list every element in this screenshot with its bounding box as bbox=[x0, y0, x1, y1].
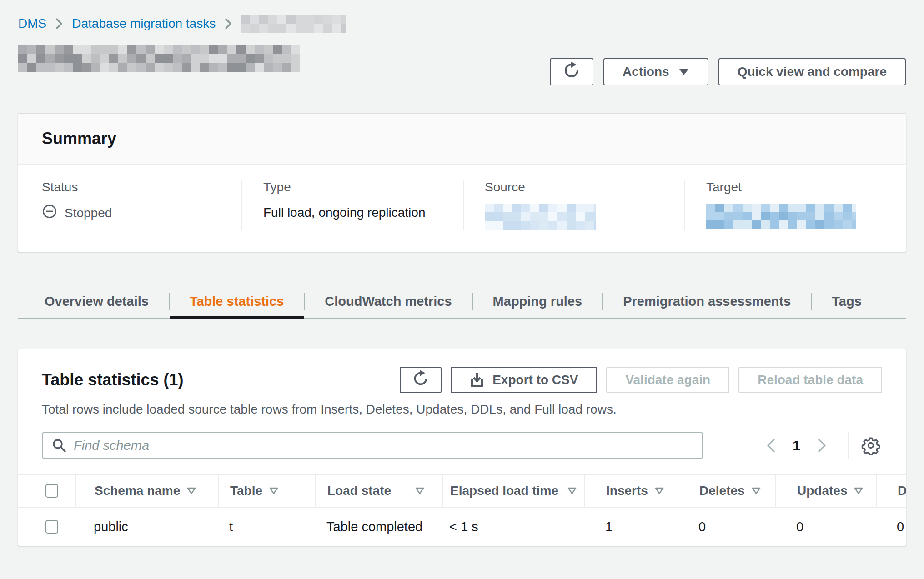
column-label: Load state bbox=[327, 484, 391, 498]
tab-table-statistics[interactable]: Table statistics bbox=[170, 285, 304, 318]
sort-icon bbox=[751, 487, 761, 495]
page-header: Actions Quick view and compare bbox=[18, 45, 906, 85]
summary-panel-header: Summary bbox=[18, 114, 906, 165]
sort-icon bbox=[654, 487, 664, 495]
source-label: Source bbox=[485, 180, 684, 195]
summary-panel: Summary Status Stopped Type Full load, o… bbox=[18, 114, 906, 252]
refresh-icon bbox=[563, 62, 580, 82]
pagination: 1 bbox=[758, 432, 882, 459]
column-label: D bbox=[898, 484, 906, 498]
tab-overview-details[interactable]: Overview details bbox=[25, 285, 169, 318]
current-page-number: 1 bbox=[783, 438, 809, 453]
table-statistics-title: Table statistics (1) bbox=[42, 370, 183, 389]
sort-icon bbox=[186, 487, 196, 495]
find-schema-input[interactable] bbox=[42, 432, 703, 459]
column-header-updates[interactable]: Updates bbox=[775, 475, 876, 507]
row-checkbox[interactable] bbox=[45, 520, 58, 534]
cell-schema-name: public bbox=[75, 508, 218, 546]
tab-label: CloudWatch metrics bbox=[325, 294, 452, 309]
quick-view-label: Quick view and compare bbox=[738, 65, 887, 79]
tab-label: Premigration assessments bbox=[623, 294, 791, 309]
actions-button[interactable]: Actions bbox=[603, 58, 708, 85]
column-label: Deletes bbox=[699, 484, 745, 498]
validate-again-label: Validate again bbox=[625, 373, 710, 387]
cell-load-state: Table completed bbox=[315, 508, 442, 546]
table-statistics-panel: Table statistics (1) Export to CSV bbox=[18, 349, 906, 546]
page-title-redacted bbox=[18, 45, 300, 72]
table-header-row: Schema name Table Load state Elapsed loa… bbox=[18, 475, 906, 508]
summary-type-column: Type Full load, ongoing replication bbox=[241, 180, 463, 230]
export-to-csv-label: Export to CSV bbox=[492, 373, 578, 387]
schema-search bbox=[42, 432, 703, 459]
next-page-button[interactable] bbox=[809, 438, 835, 453]
sort-icon bbox=[567, 487, 577, 495]
column-label: Elapsed load time bbox=[450, 484, 558, 498]
column-header-schema-name[interactable]: Schema name bbox=[75, 475, 218, 507]
table-row[interactable]: public t Table completed < 1 s 1 0 0 0 bbox=[18, 508, 906, 546]
target-label: Target bbox=[706, 180, 906, 195]
stopped-status-icon bbox=[42, 204, 57, 222]
header-actions: Actions Quick view and compare bbox=[550, 58, 906, 85]
select-all-checkbox[interactable] bbox=[45, 484, 58, 498]
table-statistics-table: Schema name Table Load state Elapsed loa… bbox=[18, 474, 906, 546]
breadcrumb-chevron-icon bbox=[225, 18, 232, 30]
column-label: Schema name bbox=[95, 484, 180, 498]
settings-gear-icon[interactable] bbox=[859, 434, 882, 457]
target-value-redacted bbox=[706, 204, 856, 229]
cell-deletes: 0 bbox=[678, 508, 775, 546]
tab-label: Overview details bbox=[45, 294, 149, 309]
column-header-load-state[interactable]: Load state bbox=[315, 475, 442, 507]
tab-mapping-rules[interactable]: Mapping rules bbox=[473, 285, 603, 318]
actions-button-label: Actions bbox=[623, 65, 669, 79]
sort-icon bbox=[854, 487, 864, 495]
previous-page-button[interactable] bbox=[758, 438, 783, 453]
breadcrumb: DMS Database migration tasks bbox=[18, 0, 906, 33]
column-header-ddls-clipped[interactable]: D bbox=[876, 475, 906, 507]
column-label: Updates bbox=[797, 484, 847, 498]
tab-bar: Overview details Table statistics CloudW… bbox=[18, 285, 906, 319]
status-label: Status bbox=[42, 180, 241, 195]
cell-table: t bbox=[218, 508, 315, 546]
cell-updates: 0 bbox=[775, 508, 876, 546]
tab-cloudwatch-metrics[interactable]: CloudWatch metrics bbox=[305, 285, 472, 318]
column-header-deletes[interactable]: Deletes bbox=[678, 475, 775, 507]
type-value: Full load, ongoing replication bbox=[263, 204, 463, 222]
breadcrumb-task-name-redacted bbox=[241, 15, 346, 33]
sort-icon bbox=[415, 487, 425, 495]
table-statistics-description: Total rows include loaded source table r… bbox=[42, 402, 882, 417]
validate-again-button[interactable]: Validate again bbox=[606, 367, 729, 393]
column-label: Inserts bbox=[606, 484, 648, 498]
tab-tags[interactable]: Tags bbox=[812, 285, 882, 318]
summary-target-column: Target bbox=[684, 180, 906, 230]
tab-label: Tags bbox=[832, 294, 862, 309]
table-toolbar: 1 bbox=[42, 432, 882, 459]
summary-title: Summary bbox=[42, 129, 882, 148]
table-statistics-actions: Export to CSV Validate again Reload tabl… bbox=[400, 367, 882, 393]
status-value: Stopped bbox=[42, 204, 241, 222]
source-value-redacted bbox=[485, 204, 596, 230]
summary-status-column: Status Stopped bbox=[18, 180, 241, 230]
summary-body: Status Stopped Type Full load, ongoing r… bbox=[18, 165, 906, 252]
dms-task-page: DMS Database migration tasks Actions bbox=[0, 0, 924, 579]
pagination-divider bbox=[848, 432, 849, 459]
column-header-table[interactable]: Table bbox=[218, 475, 315, 507]
tab-premigration-assessments[interactable]: Premigration assessments bbox=[603, 285, 811, 318]
refresh-button[interactable] bbox=[550, 58, 593, 85]
column-header-elapsed-load-time[interactable]: Elapsed load time bbox=[442, 475, 584, 507]
breadcrumb-tasks-link[interactable]: Database migration tasks bbox=[72, 16, 216, 31]
export-to-csv-button[interactable]: Export to CSV bbox=[451, 367, 597, 393]
cell-elapsed-load-time: < 1 s bbox=[442, 508, 584, 546]
quick-view-compare-button[interactable]: Quick view and compare bbox=[718, 58, 906, 85]
cell-inserts: 1 bbox=[584, 508, 678, 546]
summary-source-column: Source bbox=[463, 180, 684, 230]
table-refresh-button[interactable] bbox=[400, 367, 442, 393]
column-header-inserts[interactable]: Inserts bbox=[584, 475, 678, 507]
reload-table-data-button[interactable]: Reload table data bbox=[738, 367, 882, 393]
tab-label: Table statistics bbox=[190, 294, 284, 309]
refresh-icon bbox=[412, 370, 429, 390]
column-label: Table bbox=[230, 484, 262, 498]
breadcrumb-chevron-icon bbox=[55, 18, 63, 30]
type-label: Type bbox=[263, 180, 463, 195]
breadcrumb-dms-link[interactable]: DMS bbox=[18, 16, 46, 31]
status-text: Stopped bbox=[65, 206, 112, 220]
